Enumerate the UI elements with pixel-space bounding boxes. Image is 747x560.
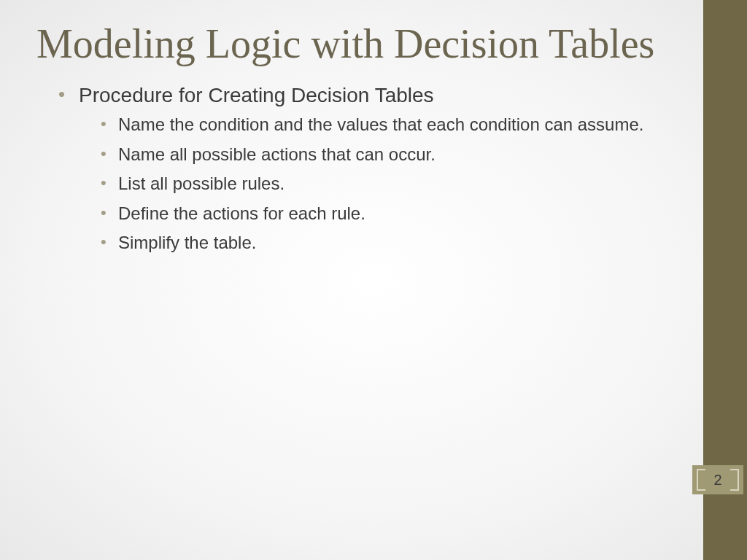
bullet-list-level1: Procedure for Creating Decision Tables N… (36, 82, 681, 255)
list-item: Define the actions for each rule. (101, 202, 681, 225)
bullet-list-level2: Name the condition and the values that e… (79, 113, 681, 254)
list-item-text: List all possible rules. (118, 174, 285, 193)
list-item: Name the condition and the values that e… (101, 113, 681, 136)
list-item: List all possible rules. (101, 172, 681, 195)
list-item-text: Define the actions for each rule. (118, 203, 365, 223)
slide-content: Modeling Logic with Decision Tables Proc… (0, 0, 747, 282)
list-item: Simplify the table. (101, 231, 681, 254)
list-item-text: Procedure for Creating Decision Tables (79, 84, 434, 106)
list-item-text: Simplify the table. (118, 233, 256, 252)
list-item-text: Name the condition and the values that e… (118, 114, 643, 134)
page-number: 2 (713, 472, 721, 489)
list-item-text: Name all possible actions that can occur… (118, 144, 436, 164)
list-item: Name all possible actions that can occur… (101, 143, 681, 166)
slide-title: Modeling Logic with Decision Tables (36, 22, 681, 67)
list-item: Procedure for Creating Decision Tables N… (58, 82, 681, 255)
page-number-badge: 2 (692, 465, 743, 494)
